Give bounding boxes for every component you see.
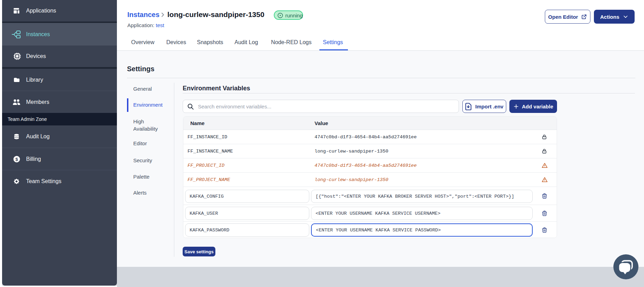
svg-text:$: $ [15, 156, 18, 162]
